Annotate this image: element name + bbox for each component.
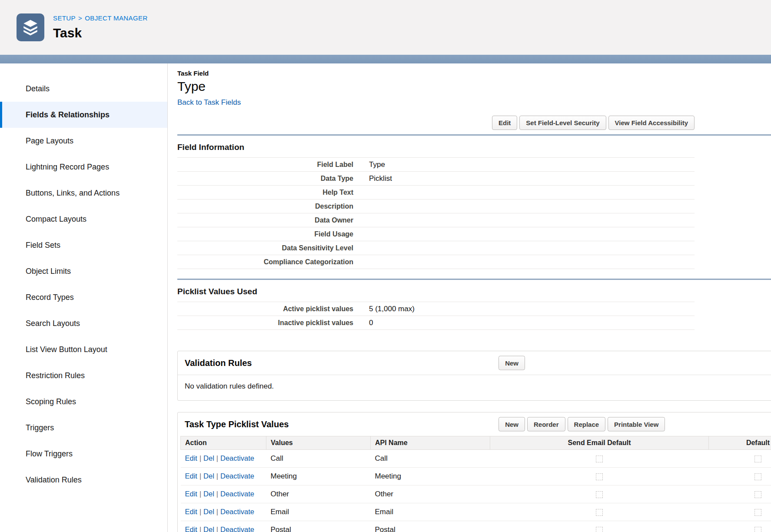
del-link[interactable]: Del [203,472,214,480]
field-information-section: Field Information Field Label Type Data … [177,134,771,269]
detail-label: Inactive picklist values [177,319,353,327]
del-link[interactable]: Del [203,508,214,515]
edit-link[interactable]: Edit [185,454,197,462]
picklist-api-name: Email [371,503,490,521]
detail-row: Description [177,200,695,213]
default-checkbox [754,527,761,532]
view-field-accessibility-button[interactable]: View Field Accessibility [608,116,695,130]
edit-link[interactable]: Edit [185,472,197,480]
detail-label: Data Type [177,175,353,183]
deactivate-link[interactable]: Deactivate [220,525,254,532]
detail-row: Data Owner [177,213,695,227]
link-separator: | [199,526,201,532]
sidebar-item-validation-rules[interactable]: Validation Rules [0,467,167,493]
sidebar-item-field-sets[interactable]: Field Sets [0,232,167,258]
sidebar-item-buttons-links-and-actions[interactable]: Buttons, Links, and Actions [0,180,167,206]
deactivate-link[interactable]: Deactivate [220,508,254,515]
picklist-values-used-rows: Active picklist values 5 (1,000 max) Ina… [177,302,695,330]
detail-label: Help Text [177,189,353,196]
object-title: Task [53,26,148,40]
detail-row: Help Text [177,186,695,200]
validation-rules-empty-message: No validation rules defined. [178,375,771,400]
deactivate-link[interactable]: Deactivate [220,490,254,498]
link-separator: | [216,490,218,498]
link-separator: | [216,526,218,532]
main-content: Task Field Type Back to Task Fields Edit… [168,63,771,532]
link-separator: | [216,508,218,515]
link-separator: | [199,455,201,462]
field-information-rows: Field Label Type Data Type Picklist Help… [177,157,695,269]
section-divider [177,134,771,136]
sidebar-item-list-view-button-layout[interactable]: List View Button Layout [0,336,167,362]
picklist-values-used-section: Picklist Values Used Active picklist val… [177,279,771,330]
back-to-task-fields-link[interactable]: Back to Task Fields [177,98,241,107]
sidebar-item-triggers[interactable]: Triggers [0,415,167,441]
sidebar-item-lightning-record-pages[interactable]: Lightning Record Pages [0,154,167,180]
detail-row: Active picklist values 5 (1,000 max) [177,302,695,316]
edit-button[interactable]: Edit [492,116,517,130]
detail-label: Data Owner [177,216,353,224]
picklist-row: Edit|Del|Deactivate Postal Postal [181,521,771,532]
detail-row: Inactive picklist values 0 [177,316,695,330]
del-link[interactable]: Del [203,454,214,462]
edit-link[interactable]: Edit [185,508,197,515]
new-picklist-value-button[interactable]: New [498,417,525,432]
detail-row: Data Type Picklist [177,172,695,186]
sidebar-item-search-layouts[interactable]: Search Layouts [0,310,167,336]
task-object-icon [17,13,44,41]
detail-label: Active picklist values [177,305,353,313]
sidebar-item-details[interactable]: Details [0,76,167,102]
sidebar-item-restriction-rules[interactable]: Restriction Rules [0,362,167,389]
detail-row: Data Sensitivity Level [177,241,695,255]
link-separator: | [216,455,218,462]
field-kicker: Task Field [177,70,771,77]
field-information-heading: Field Information [177,143,771,152]
object-manager-link[interactable]: OBJECT MANAGER [85,14,148,22]
sidebar-item-flow-triggers[interactable]: Flow Triggers [0,441,167,467]
printable-view-button[interactable]: Printable View [608,417,665,432]
deactivate-link[interactable]: Deactivate [220,454,254,462]
link-separator: | [199,508,201,515]
setup-link[interactable]: SETUP [53,14,76,22]
sidebar-item-fields-and-relationships[interactable]: Fields & Relationships [0,102,167,128]
sidebar-item-record-types[interactable]: Record Types [0,284,167,310]
replace-button[interactable]: Replace [568,417,606,432]
picklist-row: Edit|Del|Deactivate Meeting Meeting [181,468,771,485]
picklist-values-table: Action Values API Name Send Email Defaul… [180,436,771,532]
picklist-row: Edit|Del|Deactivate Call Call [181,450,771,468]
sidebar-item-scoping-rules[interactable]: Scoping Rules [0,389,167,415]
send-email-default-checkbox [596,473,603,480]
picklist-api-name: Meeting [371,468,490,485]
set-field-level-security-button[interactable]: Set Field-Level Security [519,116,606,130]
sidebar-item-compact-layouts[interactable]: Compact Layouts [0,206,167,232]
breadcrumb-separator: > [78,14,82,22]
edit-link[interactable]: Edit [185,525,197,532]
picklist-values-used-heading: Picklist Values Used [177,287,771,296]
detail-label: Field Label [177,161,353,169]
new-validation-rule-button[interactable]: New [498,356,525,370]
default-checkbox [754,473,761,480]
picklist-row: Edit|Del|Deactivate Other Other [181,485,771,503]
sidebar-item-object-limits[interactable]: Object Limits [0,258,167,284]
section-divider [177,279,771,280]
setup-header: SETUP>OBJECT MANAGER Task [0,0,771,55]
del-link[interactable]: Del [203,490,214,498]
picklist-value: Meeting [266,468,371,485]
edit-link[interactable]: Edit [185,490,197,498]
send-email-default-checkbox [596,491,603,498]
validation-rules-panel: Validation Rules New No validation rules… [177,351,771,401]
detail-row: Field Label Type [177,158,695,172]
detail-value: Type [353,160,385,169]
reorder-button[interactable]: Reorder [527,417,565,432]
column-header-api-name: API Name [371,436,490,450]
deactivate-link[interactable]: Deactivate [220,472,254,480]
decorative-band [0,55,771,63]
send-email-default-checkbox [596,456,603,462]
detail-label: Field Usage [177,230,353,238]
detail-value: 0 [353,319,373,327]
sidebar-item-page-layouts[interactable]: Page Layouts [0,128,167,154]
del-link[interactable]: Del [203,525,214,532]
detail-label: Compliance Categorization [177,258,353,266]
detail-row: Field Usage [177,227,695,241]
header-text: SETUP>OBJECT MANAGER Task [53,14,148,40]
